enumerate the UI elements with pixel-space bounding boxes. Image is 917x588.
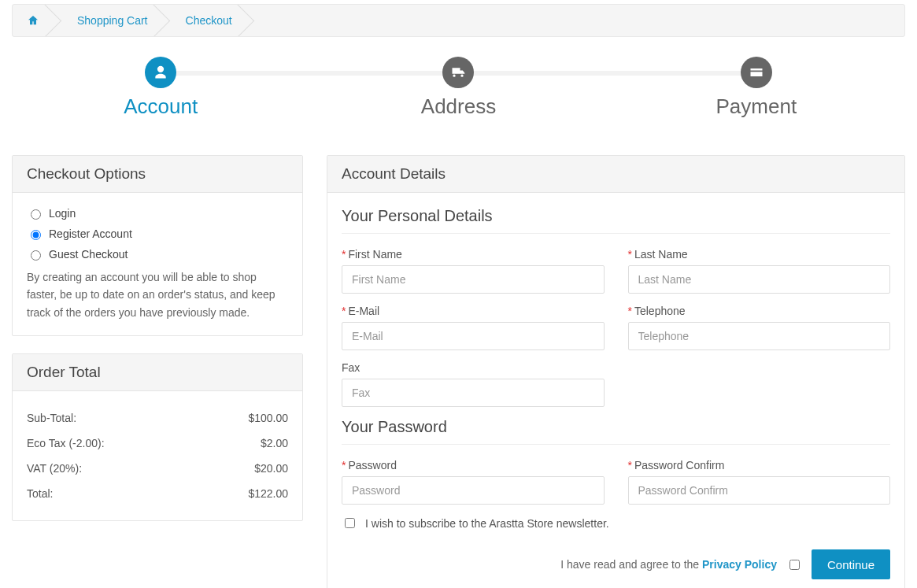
password-title: Your Password	[342, 418, 890, 445]
option-login-label: Login	[49, 207, 76, 220]
total-value: $20.00	[254, 462, 288, 475]
breadcrumb-checkout[interactable]: Checkout	[164, 5, 248, 36]
first-name-input[interactable]	[342, 265, 605, 294]
fax-input[interactable]	[342, 379, 605, 407]
option-login-radio[interactable]	[31, 209, 41, 220]
telephone-label: *Telephone	[628, 305, 891, 317]
first-name-label: *First Name	[342, 248, 605, 261]
checkout-options-heading: Checkout Options	[13, 156, 302, 193]
breadcrumb: Shopping Cart Checkout	[12, 4, 905, 37]
step-payment[interactable]: Payment	[608, 57, 905, 119]
total-row-subtotal: Sub-Total: $100.00	[27, 405, 288, 431]
step-account[interactable]: Account	[12, 57, 309, 119]
last-name-label: *Last Name	[628, 248, 891, 261]
total-row-ecotax: Eco Tax (-2.00): $2.00	[27, 431, 288, 456]
telephone-input[interactable]	[628, 322, 891, 350]
order-total-panel: Order Total Sub-Total: $100.00 Eco Tax (…	[12, 353, 303, 521]
option-login[interactable]: Login	[27, 207, 288, 220]
password-confirm-label: *Password Confirm	[628, 459, 891, 472]
order-total-heading: Order Total	[13, 354, 302, 391]
total-value: $2.00	[261, 437, 288, 449]
option-guest-radio[interactable]	[31, 250, 41, 261]
total-row-total: Total: $122.00	[27, 481, 288, 506]
step-account-label: Account	[12, 94, 309, 119]
total-label: Eco Tax (-2.00):	[27, 437, 105, 449]
personal-details-title: Your Personal Details	[342, 207, 890, 234]
credit-card-icon	[749, 65, 764, 80]
total-label: Total:	[27, 487, 53, 500]
option-register[interactable]: Register Account	[27, 227, 288, 240]
option-guest-label: Guest Checkout	[49, 248, 128, 261]
account-details-panel: Account Details Your Personal Details *F…	[327, 155, 905, 588]
checkout-steps: Account Address Payment	[12, 57, 905, 135]
password-confirm-input[interactable]	[628, 476, 891, 505]
privacy-policy-link[interactable]: Privacy Policy	[702, 558, 777, 571]
option-register-radio[interactable]	[31, 230, 41, 240]
form-footer: I have read and agree to the Privacy Pol…	[342, 545, 890, 582]
continue-button[interactable]: Continue	[812, 549, 890, 579]
checkout-options-panel: Checkout Options Login Register Account …	[12, 155, 303, 336]
agree-text: I have read and agree to the Privacy Pol…	[560, 558, 777, 571]
option-register-label: Register Account	[49, 227, 132, 240]
fax-label: Fax	[342, 361, 605, 374]
total-value: $122.00	[248, 487, 288, 500]
email-input[interactable]	[342, 322, 605, 350]
breadcrumb-cart[interactable]: Shopping Cart	[55, 5, 164, 36]
total-value: $100.00	[248, 412, 288, 424]
agree-checkbox[interactable]	[789, 560, 800, 570]
email-label: *E-Mail	[342, 305, 605, 317]
total-label: VAT (20%):	[27, 462, 82, 475]
total-label: Sub-Total:	[27, 412, 76, 424]
checkout-options-help: By creating an account you will be able …	[27, 268, 288, 321]
newsletter-label: I wish to subscribe to the Arastta Store…	[365, 517, 609, 530]
user-icon	[153, 65, 168, 80]
step-address-label: Address	[309, 94, 607, 119]
total-row-vat: VAT (20%): $20.00	[27, 456, 288, 481]
newsletter-row[interactable]: I wish to subscribe to the Arastta Store…	[342, 516, 890, 531]
breadcrumb-cart-link[interactable]: Shopping Cart	[77, 14, 148, 27]
password-input[interactable]	[342, 476, 605, 505]
option-guest[interactable]: Guest Checkout	[27, 248, 288, 261]
breadcrumb-home[interactable]	[13, 5, 55, 36]
home-icon	[27, 14, 39, 27]
password-label: *Password	[342, 459, 605, 472]
last-name-input[interactable]	[628, 265, 891, 294]
step-payment-label: Payment	[608, 94, 905, 119]
breadcrumb-checkout-link[interactable]: Checkout	[186, 14, 232, 27]
account-details-heading: Account Details	[327, 156, 904, 193]
newsletter-checkbox[interactable]	[345, 518, 355, 528]
truck-icon	[450, 65, 466, 80]
step-address[interactable]: Address	[309, 57, 607, 119]
